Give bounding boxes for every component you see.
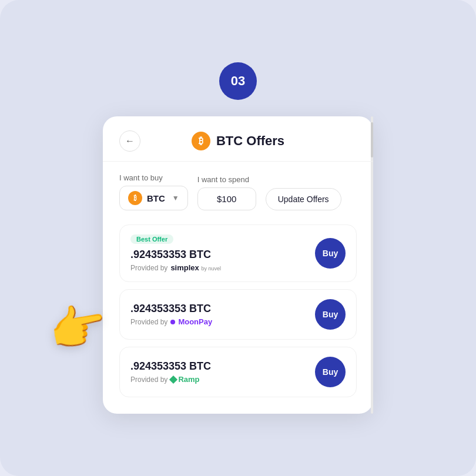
offer-provider-1: Provided by simplex by nuvel [130, 263, 221, 272]
offer-amount-3: .924353353 BTC [130, 360, 211, 373]
step-badge: 03 [219, 62, 257, 100]
select-btc-icon: ₿ [128, 191, 142, 205]
offer-provider-2: Provided by MoonPay [130, 317, 212, 326]
currency-value: BTC [147, 193, 165, 203]
offer-info-3: .924353353 BTC Provided by Ramp [130, 360, 211, 384]
buy-button-3[interactable]: Buy [315, 357, 346, 387]
simplex-logo: simplex by nuvel [170, 263, 221, 272]
ramp-diamond-icon [169, 375, 177, 383]
step-number: 03 [231, 73, 245, 89]
offer-info-1: Best Offer .924353353 BTC Provided by si… [130, 234, 221, 272]
buy-label: I want to buy [119, 173, 188, 182]
back-icon: ← [125, 136, 135, 146]
amount-input[interactable] [197, 187, 256, 210]
moonpay-dot-icon [170, 320, 175, 324]
ramp-logo: Ramp [178, 375, 199, 384]
spend-group: I want to spend [197, 175, 256, 210]
page-background: 03 👈 ← ₿ BTC Offers I want to buy ₿ [0, 0, 476, 476]
update-offers-button[interactable]: Update Offers [266, 188, 341, 210]
buy-button-1[interactable]: Buy [315, 238, 346, 269]
btc-icon: ₿ [192, 132, 210, 150]
moonpay-logo: MoonPay [178, 317, 212, 326]
buy-label-1: Buy [323, 249, 338, 258]
title-text: BTC Offers [216, 133, 284, 149]
simplex-sub: by nuvel [201, 266, 221, 271]
offer-amount-2: .924353353 BTC [130, 303, 212, 315]
buy-label-3: Buy [323, 367, 338, 377]
offer-info-2: .924353353 BTC Provided by MoonPay [130, 303, 212, 326]
provider-prefix-3: Provided by [130, 376, 167, 384]
back-button[interactable]: ← [119, 130, 140, 152]
card-body: I want to buy ₿ BTC ▼ I want to spend Up… [103, 162, 373, 414]
buy-group: I want to buy ₿ BTC ▼ [119, 173, 188, 210]
buy-label-2: Buy [323, 310, 338, 319]
offers-list: Best Offer .924353353 BTC Provided by si… [119, 224, 357, 397]
best-offer-badge: Best Offer [130, 234, 173, 244]
update-offers-label: Update Offers [278, 195, 329, 204]
page-title: ₿ BTC Offers [192, 132, 306, 150]
provider-prefix-2: Provided by [130, 318, 167, 326]
spend-label: I want to spend [197, 175, 256, 184]
ramp-logo-wrapper: Ramp [170, 375, 199, 384]
simplex-name: simplex [170, 263, 199, 272]
offer-provider-3: Provided by Ramp [130, 375, 211, 384]
main-card: 👈 ← ₿ BTC Offers I want to buy ₿ BTC ▼ [103, 116, 373, 414]
form-row: I want to buy ₿ BTC ▼ I want to spend Up… [119, 173, 357, 210]
offer-item-1: Best Offer .924353353 BTC Provided by si… [119, 224, 357, 282]
offer-amount-1: .924353353 BTC [130, 249, 221, 261]
chevron-down-icon: ▼ [172, 194, 179, 202]
buy-button-2[interactable]: Buy [315, 299, 346, 330]
provider-prefix-1: Provided by [130, 264, 167, 272]
offer-item-3: .924353353 BTC Provided by Ramp Buy [119, 347, 357, 397]
offer-item-2: .924353353 BTC Provided by MoonPay Buy [119, 289, 357, 340]
currency-select[interactable]: ₿ BTC ▼ [119, 186, 188, 210]
card-header: ← ₿ BTC Offers [103, 116, 373, 162]
